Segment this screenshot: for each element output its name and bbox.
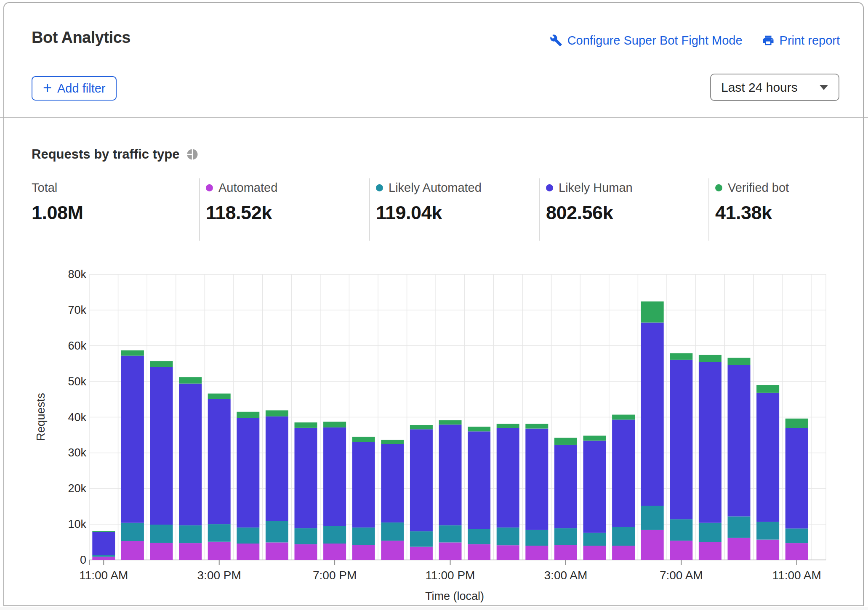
bar-segment-verified-bot bbox=[410, 425, 433, 429]
header-links: Configure Super Bot Fight Mode Print rep… bbox=[550, 31, 840, 50]
y-tick-label: 80k bbox=[40, 268, 86, 281]
bar-segment-likely-automated bbox=[785, 528, 808, 543]
x-tick-label: 3:00 AM bbox=[544, 569, 588, 582]
bar-stack[interactable] bbox=[150, 361, 173, 560]
bar-segment-automated bbox=[92, 557, 115, 560]
bar-segment-likely-automated bbox=[728, 517, 751, 538]
stat-automated: Automated118.52k bbox=[199, 178, 369, 241]
bar-stack[interactable] bbox=[728, 358, 751, 560]
bar-stack[interactable] bbox=[497, 424, 519, 560]
bar-segment-automated bbox=[323, 544, 346, 560]
time-range-select[interactable]: Last 24 hours bbox=[710, 74, 839, 101]
bar-segment-automated bbox=[208, 542, 231, 560]
configure-super-bot-fight-mode-link[interactable]: Configure Super Bot Fight Mode bbox=[550, 34, 743, 48]
stat-likely-automated: Likely Automated119.04k bbox=[369, 178, 539, 241]
bar-segment-likely-automated bbox=[468, 529, 490, 544]
bar-segment-likely-automated bbox=[497, 528, 519, 545]
bar-segment-automated bbox=[266, 542, 288, 560]
bot-analytics-page: Bot Analytics Configure Super Bot Fight … bbox=[0, 0, 868, 610]
bar-segment-automated bbox=[410, 547, 433, 560]
bar-stack[interactable] bbox=[381, 440, 404, 560]
pie-chart-icon bbox=[186, 148, 199, 161]
x-tick-label: 11:00 AM bbox=[79, 569, 128, 582]
x-tick-label: 11:00 PM bbox=[426, 569, 475, 582]
bar-segment-automated bbox=[612, 546, 635, 560]
y-tick-label: 70k bbox=[40, 304, 86, 316]
bar-stack[interactable] bbox=[612, 415, 635, 560]
print-link-label: Print report bbox=[780, 34, 840, 48]
y-tick-label: 30k bbox=[40, 446, 86, 459]
bar-stack[interactable] bbox=[525, 424, 548, 560]
bar-segment-likely-human bbox=[468, 431, 490, 529]
wrench-icon bbox=[550, 34, 562, 47]
bar-stack[interactable] bbox=[641, 302, 664, 560]
bar-segment-likely-automated bbox=[583, 533, 606, 546]
bar-segment-verified-bot bbox=[554, 438, 577, 445]
bar-stack[interactable] bbox=[352, 437, 375, 560]
page-title: Bot Analytics bbox=[32, 29, 130, 47]
bar-stack[interactable] bbox=[295, 422, 317, 560]
bar-segment-likely-automated bbox=[699, 523, 722, 542]
bar-stack[interactable] bbox=[410, 425, 433, 560]
bar-segment-automated bbox=[121, 541, 144, 560]
bar-stack[interactable] bbox=[208, 394, 231, 560]
bar-segment-likely-human bbox=[381, 444, 404, 522]
bar-segment-likely-human bbox=[641, 323, 664, 506]
bar-segment-verified-bot bbox=[699, 355, 722, 362]
bar-segment-automated bbox=[756, 540, 779, 560]
stat-label: Verified bot bbox=[728, 180, 789, 195]
bar-stack[interactable] bbox=[121, 350, 144, 560]
stat-label: Automated bbox=[218, 180, 277, 195]
x-axis-title: Time (local) bbox=[425, 590, 484, 603]
bar-stack[interactable] bbox=[92, 531, 115, 560]
y-tick-label: 50k bbox=[40, 375, 86, 388]
bar-segment-likely-human bbox=[612, 419, 635, 527]
bar-segment-verified-bot bbox=[612, 415, 635, 420]
bar-segment-likely-human bbox=[352, 442, 375, 528]
bar-segment-automated bbox=[785, 543, 808, 560]
bar-stack[interactable] bbox=[554, 438, 577, 560]
bar-segment-automated bbox=[381, 541, 404, 560]
y-tick-label: 40k bbox=[40, 411, 86, 424]
bar-stack[interactable] bbox=[439, 420, 462, 560]
print-report-link[interactable]: Print report bbox=[762, 34, 840, 48]
bottom-strip bbox=[0, 607, 868, 610]
bar-segment-likely-human bbox=[785, 428, 808, 529]
y-tick-label: 60k bbox=[40, 339, 86, 352]
bar-stack[interactable] bbox=[583, 436, 606, 560]
bar-segment-likely-human bbox=[756, 393, 779, 522]
bar-stack[interactable] bbox=[468, 427, 490, 560]
bar-segment-verified-bot bbox=[468, 427, 490, 431]
add-filter-button[interactable]: + Add filter bbox=[32, 76, 117, 101]
bar-segment-likely-human bbox=[728, 365, 751, 517]
bar-stack[interactable] bbox=[237, 412, 259, 560]
bar-stack[interactable] bbox=[266, 410, 288, 560]
bar-segment-likely-human bbox=[295, 428, 317, 528]
bar-segment-likely-automated bbox=[410, 531, 433, 547]
bar-segment-verified-bot bbox=[670, 353, 692, 360]
stat-header: Total bbox=[32, 180, 199, 195]
bar-stack[interactable] bbox=[785, 419, 808, 560]
stat-value: 41.38k bbox=[715, 202, 847, 224]
bar-segment-likely-automated bbox=[266, 521, 288, 543]
bar-stack[interactable] bbox=[323, 422, 346, 560]
bar-stack[interactable] bbox=[699, 355, 722, 560]
bar-segment-likely-human bbox=[121, 356, 144, 523]
bar-segment-automated bbox=[468, 544, 490, 560]
bar-segment-likely-automated bbox=[612, 527, 635, 546]
bar-stack[interactable] bbox=[179, 377, 202, 560]
stat-value: 119.04k bbox=[376, 202, 539, 224]
bar-segment-verified-bot bbox=[323, 422, 346, 428]
bar-segment-likely-automated bbox=[352, 528, 375, 545]
bar-segment-likely-human bbox=[583, 441, 606, 533]
bar-segment-likely-automated bbox=[670, 519, 692, 541]
stat-header: Likely Human bbox=[546, 180, 708, 195]
bar-segment-automated bbox=[497, 545, 519, 560]
y-tick-label: 20k bbox=[40, 482, 86, 495]
bar-stack[interactable] bbox=[756, 385, 779, 560]
bar-segment-likely-human bbox=[699, 362, 722, 523]
bar-stack[interactable] bbox=[670, 353, 692, 560]
y-tick-label: 0 bbox=[40, 554, 86, 566]
stat-header: Automated bbox=[206, 180, 369, 195]
bar-segment-automated bbox=[150, 543, 173, 560]
